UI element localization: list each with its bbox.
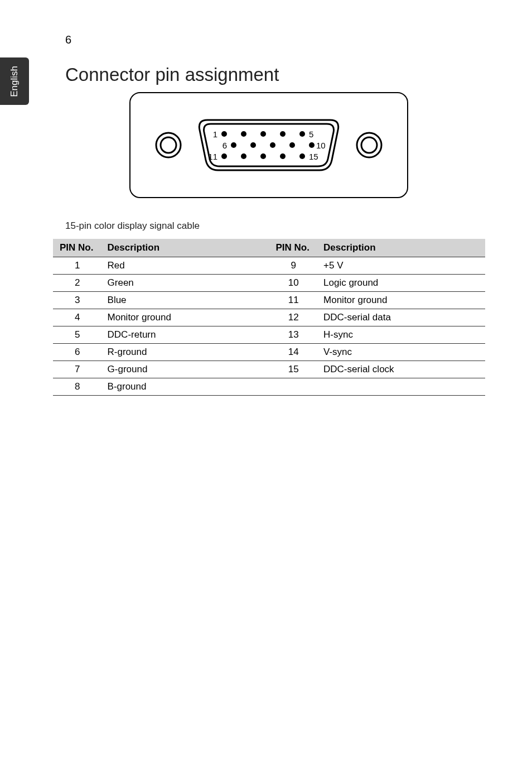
svg-point-16	[241, 153, 246, 159]
svg-point-14	[309, 142, 315, 148]
table-row: 3 Blue 11 Monitor ground	[53, 292, 485, 309]
pin-desc-cell: H-sync	[317, 326, 485, 344]
pin-no-cell	[269, 378, 317, 396]
pin-desc-cell: B-ground	[101, 378, 269, 396]
pin-label-10: 10	[316, 141, 326, 150]
connector-diagram: 1 5 6 10 11 15	[129, 92, 408, 198]
pin-desc-cell: Monitor ground	[317, 292, 485, 309]
pin-no-cell: 8	[53, 378, 101, 396]
pin-no-cell: 4	[53, 309, 101, 326]
language-tab: English	[0, 57, 29, 105]
pin-no-cell: 2	[53, 275, 101, 292]
pin-label-15: 15	[309, 152, 318, 161]
svg-rect-0	[130, 93, 408, 198]
page-title: Connector pin assignment	[65, 64, 279, 85]
svg-point-6	[241, 131, 246, 137]
page-number: 6	[65, 33, 71, 46]
svg-point-18	[280, 153, 286, 159]
table-row: 8 B-ground	[53, 378, 485, 396]
pin-no-cell: 13	[269, 326, 317, 344]
table-row: 5 DDC-return 13 H-sync	[53, 326, 485, 344]
header-pin-no-right: PIN No.	[269, 239, 317, 257]
pin-no-cell: 6	[53, 344, 101, 361]
svg-point-11	[250, 142, 256, 148]
table-row: 6 R-ground 14 V-sync	[53, 344, 485, 361]
table-row: 2 Green 10 Logic ground	[53, 275, 485, 292]
svg-point-7	[260, 131, 266, 137]
pin-desc-cell: V-sync	[317, 344, 485, 361]
pin-no-cell: 11	[269, 292, 317, 309]
pin-assignment-table: PIN No. Description PIN No. Description …	[53, 239, 485, 396]
pin-no-cell: 14	[269, 344, 317, 361]
pin-no-cell: 9	[269, 257, 317, 275]
header-description-right: Description	[317, 239, 485, 257]
table-body: 1 Red 9 +5 V 2 Green 10 Logic ground 3 B…	[53, 257, 485, 396]
pin-no-cell: 10	[269, 275, 317, 292]
svg-point-13	[289, 142, 295, 148]
header-pin-no-left: PIN No.	[53, 239, 101, 257]
pin-desc-cell: Monitor ground	[101, 309, 269, 326]
pin-desc-cell: Logic ground	[317, 275, 485, 292]
svg-point-19	[299, 153, 305, 159]
pin-desc-cell: R-ground	[101, 344, 269, 361]
svg-point-4	[361, 137, 377, 153]
table-row: 4 Monitor ground 12 DDC-serial data	[53, 309, 485, 326]
pin-no-cell: 7	[53, 361, 101, 378]
pin-no-cell: 5	[53, 326, 101, 344]
pin-desc-cell: +5 V	[317, 257, 485, 275]
svg-point-5	[221, 131, 227, 137]
svg-point-10	[231, 142, 236, 148]
pin-no-cell: 1	[53, 257, 101, 275]
svg-point-9	[299, 131, 305, 137]
svg-point-8	[280, 131, 286, 137]
language-label: English	[9, 66, 20, 97]
pin-label-11: 11	[208, 152, 217, 161]
svg-point-17	[260, 153, 266, 159]
pin-no-cell: 12	[269, 309, 317, 326]
pin-desc-cell: Blue	[101, 292, 269, 309]
svg-point-12	[270, 142, 275, 148]
pin-desc-cell	[317, 378, 485, 396]
pin-no-cell: 3	[53, 292, 101, 309]
table-row: 7 G-ground 15 DDC-serial clock	[53, 361, 485, 378]
pin-desc-cell: DDC-return	[101, 326, 269, 344]
svg-point-2	[161, 137, 176, 153]
pin-desc-cell: Red	[101, 257, 269, 275]
pin-label-5: 5	[309, 129, 313, 139]
table-row: 1 Red 9 +5 V	[53, 257, 485, 275]
table-caption: 15-pin color display signal cable	[65, 220, 200, 232]
header-description-left: Description	[101, 239, 269, 257]
pin-label-1: 1	[213, 129, 217, 139]
svg-point-15	[221, 153, 227, 159]
pin-desc-cell: G-ground	[101, 361, 269, 378]
pin-no-cell: 15	[269, 361, 317, 378]
pin-desc-cell: DDC-serial clock	[317, 361, 485, 378]
pin-desc-cell: Green	[101, 275, 269, 292]
pin-label-6: 6	[223, 141, 227, 150]
pin-desc-cell: DDC-serial data	[317, 309, 485, 326]
